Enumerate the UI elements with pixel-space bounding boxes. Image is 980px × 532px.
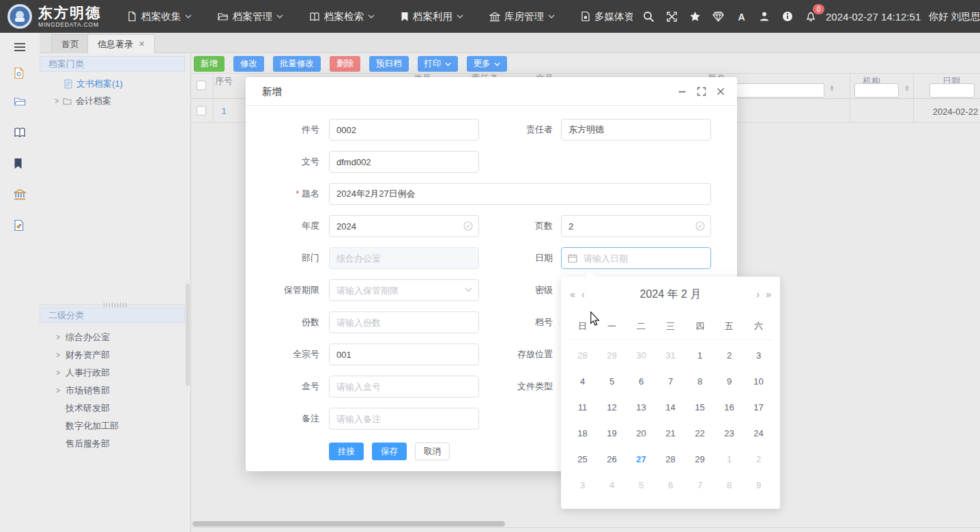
tab-home[interactable]: 首页 [51,34,89,53]
font-size-icon[interactable]: A [735,10,747,23]
sidebar-item-数字化加工部[interactable]: 数字化加工部 [40,418,185,434]
calendar-date[interactable]: 3 [568,473,597,499]
sidebar-item-人事行政部[interactable]: >人事行政部 [40,365,185,381]
calendar-date[interactable]: 4 [568,369,597,395]
horizontal-scrollbar[interactable] [192,521,505,527]
fullscreen-icon[interactable] [665,10,678,23]
calendar-date[interactable]: 5 [597,369,626,395]
calendar-date[interactable]: 6 [656,473,685,499]
chevron-right-icon[interactable]: > [54,96,59,106]
user-icon[interactable] [758,10,770,23]
row-checkbox[interactable] [197,106,206,115]
calendar-date[interactable]: 28 [568,343,597,369]
calendar-date[interactable]: 1 [685,343,715,369]
menu-storeroom-manage[interactable]: 库房管理 [489,10,555,23]
menu-archive-use[interactable]: 档案利用 [401,10,463,23]
rail-bank-icon[interactable] [14,188,26,201]
rail-bookmark-icon[interactable] [14,158,26,170]
toolbar-button-预归档[interactable]: 预归档 [369,56,409,72]
tab-info-entry[interactable]: 信息著录 ✕ [87,34,155,53]
toolbar-button-更多[interactable]: 更多 [467,56,507,72]
rail-file-icon[interactable] [14,67,26,79]
responsible-input[interactable] [561,119,711,141]
hamburger-menu-icon[interactable] [14,42,26,55]
org-filter-input[interactable] [854,83,899,98]
menu-archive-search[interactable]: 档案检索 [309,10,375,23]
title-filter-input[interactable] [723,83,824,98]
attach-button[interactable]: 挂接 [329,443,364,460]
toolbar-button-新增[interactable]: 新增 [194,56,225,72]
calendar-date[interactable]: 12 [597,395,626,421]
calendar-date[interactable]: 8 [685,369,715,395]
calendar-date[interactable]: 23 [715,421,744,447]
sidebar-item-市场销售部[interactable]: >市场销售部 [40,382,185,399]
menu-archive-collect[interactable]: 档案收集 [127,10,192,23]
theme-gem-icon[interactable] [712,10,724,23]
calendar-date[interactable]: 26 [597,447,626,473]
calendar-date[interactable]: 22 [685,421,715,447]
pages-input[interactable] [561,215,711,237]
calendar-date[interactable]: 2 [744,447,773,473]
title-input[interactable] [329,183,711,205]
sort-arrows[interactable]: ▲▼ [904,85,910,92]
toolbar-button-打印[interactable]: 打印 [418,56,458,72]
toolbar-button-批量修改[interactable]: 批量修改 [273,56,321,72]
calendar-date[interactable]: 29 [685,447,715,473]
menu-multimedia[interactable]: 多媒体资料 [581,10,633,23]
calendar-date[interactable]: 20 [626,421,656,447]
calendar-date[interactable]: 15 [685,395,715,421]
calendar-date[interactable]: 8 [715,473,744,499]
notifications-bell-icon[interactable]: 0 [805,10,817,23]
doc-no-input[interactable] [329,151,479,173]
close-icon[interactable]: ✕ [139,40,145,48]
fonds-no-input[interactable] [329,344,479,365]
calendar-date[interactable]: 18 [568,421,597,447]
calendar-date[interactable]: 7 [685,473,715,499]
calendar-date[interactable]: 9 [744,473,773,499]
calendar-date[interactable]: 1 [715,447,744,473]
copies-input[interactable] [329,311,479,333]
calendar-date[interactable]: 16 [715,395,744,421]
calendar-date[interactable]: 2 [715,343,744,369]
calendar-date[interactable]: 25 [568,447,597,473]
calendar-date[interactable]: 9 [715,369,744,395]
calendar-date[interactable]: 3 [744,343,773,369]
remarks-input[interactable] [329,408,479,430]
sidebar-item-技术研发部[interactable]: 技术研发部 [40,400,185,417]
calendar-date[interactable]: 5 [626,473,656,499]
calendar-date-today[interactable]: 27 [626,447,656,473]
sidebar-item-售后服务部[interactable]: 售后服务部 [40,436,185,452]
calendar-date[interactable]: 17 [744,395,773,421]
item-no-input[interactable] [329,119,479,141]
date-filter-input[interactable] [929,83,975,98]
toolbar-button-修改[interactable]: 修改 [233,56,264,72]
search-icon[interactable] [642,10,654,23]
menu-archive-manage[interactable]: 档案管理 [218,10,283,23]
calendar-date[interactable]: 24 [744,421,773,447]
calendar-date[interactable]: 11 [568,395,597,421]
rail-media-file-icon[interactable] [14,219,26,232]
calendar-date[interactable]: 21 [656,421,685,447]
calendar-date[interactable]: 13 [626,395,656,421]
retention-select[interactable] [329,279,479,301]
favorite-star-icon[interactable] [689,10,701,23]
select-all-checkbox[interactable] [197,81,206,90]
calendar-date[interactable]: 19 [597,421,626,447]
tree-scrollbar[interactable] [186,283,190,386]
calendar-date[interactable]: 28 [656,447,685,473]
calendar-date[interactable]: 6 [626,369,656,395]
calendar-date[interactable]: 30 [626,343,656,369]
calendar-date[interactable]: 7 [656,369,685,395]
calendar-date[interactable]: 10 [744,369,773,395]
sort-arrows[interactable]: ▲▼ [828,85,835,92]
chevron-right-icon[interactable]: > [55,350,61,360]
next-year-icon[interactable]: » [766,288,771,301]
calendar-date[interactable]: 29 [597,343,626,369]
calendar-date[interactable]: 31 [656,343,685,369]
user-greeting[interactable]: 你好 刘思思 [928,10,980,23]
chevron-right-icon[interactable]: > [55,333,61,342]
sidebar-item-财务资产部[interactable]: >财务资产部 [40,347,185,363]
save-button[interactable]: 保存 [372,443,407,460]
year-input[interactable] [329,215,479,237]
panel-resize-grip[interactable] [104,303,127,307]
